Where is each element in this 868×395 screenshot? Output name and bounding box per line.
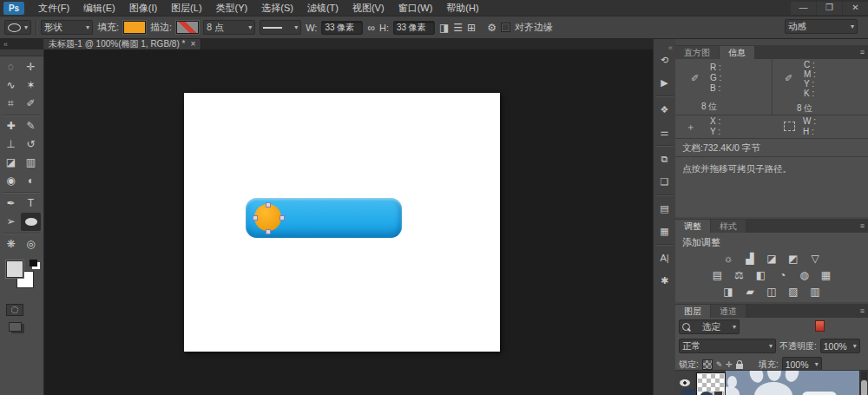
blur-tool[interactable]: ◉: [1, 172, 21, 190]
layer-visibility-eye-icon[interactable]: [680, 379, 690, 386]
default-colors-icon[interactable]: [30, 260, 37, 267]
eraser-tool[interactable]: ◪: [1, 154, 21, 172]
black-white-icon[interactable]: ◧: [754, 267, 767, 284]
tool-mode-select[interactable]: 形状 ▾: [41, 20, 93, 35]
shape-height-field[interactable]: 33 像素: [393, 21, 435, 35]
gradient-map-icon[interactable]: ▥: [809, 284, 822, 300]
color-balance-icon[interactable]: ⚖: [733, 267, 746, 284]
tools-panel-header[interactable]: [0, 49, 43, 56]
exposure-icon[interactable]: ◩: [787, 251, 800, 267]
paragraph-panel-icon[interactable]: ✱: [654, 269, 675, 292]
invert-icon[interactable]: ◨: [722, 284, 735, 300]
document-canvas[interactable]: [184, 93, 500, 352]
history-brush-tool[interactable]: ↺: [21, 135, 41, 154]
gradient-tool[interactable]: ▥: [21, 154, 41, 172]
eyedropper-tool[interactable]: ✐: [21, 95, 41, 113]
stroke-type-select[interactable]: ▾: [260, 20, 301, 35]
filter-toggle-button[interactable]: [815, 320, 825, 332]
zoom-tool[interactable]: ◎: [21, 235, 41, 253]
tab-styles[interactable]: 样式: [711, 220, 746, 233]
histogram-panel-icon[interactable]: ▤: [654, 197, 675, 220]
lock-image-icon[interactable]: ✎: [716, 359, 723, 370]
color-lookup-icon[interactable]: ▦: [819, 267, 832, 284]
actions-panel-icon[interactable]: ▶: [654, 71, 675, 94]
menu-filter[interactable]: 滤镜(T): [307, 2, 339, 15]
layers-scrollbar[interactable]: [859, 371, 868, 395]
minimize-button[interactable]: —: [791, 2, 816, 15]
path-anchor-point[interactable]: [279, 215, 285, 221]
scroll-up-button[interactable]: [861, 372, 867, 379]
menu-layer[interactable]: 图层(L): [171, 2, 201, 15]
hand-tool[interactable]: ❋: [1, 235, 21, 253]
tab-close-icon[interactable]: ×: [190, 38, 195, 49]
clone-stamp-tool[interactable]: ⊥: [1, 135, 21, 154]
path-anchor-point[interactable]: [266, 202, 271, 207]
tab-adjustments[interactable]: 调整: [675, 220, 710, 233]
blend-mode-select[interactable]: 正常 ▾: [679, 339, 776, 353]
collapse-toolbar-icon[interactable]: «: [3, 39, 8, 49]
layer-comps-panel-icon[interactable]: ⧉: [654, 148, 675, 170]
tab-layers[interactable]: 图层: [675, 305, 710, 318]
link-dimensions-icon[interactable]: ∞: [367, 22, 375, 34]
vibrance-icon[interactable]: ▽: [809, 251, 822, 267]
dodge-tool[interactable]: ◐: [21, 172, 41, 190]
stroke-width-field[interactable]: 8 点 ▾: [203, 20, 255, 35]
path-arrangement-icon[interactable]: ⊞: [467, 22, 476, 34]
brightness-contrast-icon[interactable]: ☼: [722, 251, 735, 267]
menu-file[interactable]: 文件(F): [38, 2, 69, 15]
workspace-switcher[interactable]: 动感 ▾: [785, 19, 858, 34]
ellipse-tool-selected[interactable]: [21, 213, 41, 231]
expand-panels-icon[interactable]: «: [668, 43, 673, 52]
foreground-color-swatch[interactable]: [6, 260, 23, 278]
panel-menu-icon[interactable]: ≡: [860, 46, 868, 59]
close-button[interactable]: ✕: [843, 2, 868, 15]
lock-transparency-icon[interactable]: [702, 359, 713, 370]
menu-view[interactable]: 视图(V): [352, 2, 385, 15]
brush-tool[interactable]: ✎: [21, 117, 41, 135]
document-tab[interactable]: 未标题-1 @ 100%(椭圆 1, RGB/8) * ×: [43, 38, 201, 49]
menu-select[interactable]: 选择(S): [261, 2, 293, 15]
path-selection-tool[interactable]: ➢: [1, 213, 21, 231]
quick-mask-button[interactable]: [6, 304, 23, 316]
align-edges-checkbox[interactable]: [501, 23, 510, 32]
path-anchor-point[interactable]: [253, 215, 258, 221]
magic-wand-tool[interactable]: ✶: [21, 76, 41, 95]
gear-icon[interactable]: ⚙: [487, 22, 496, 34]
character-panel-icon[interactable]: A|: [654, 247, 675, 269]
restore-button[interactable]: ❐: [817, 2, 842, 15]
hue-saturation-icon[interactable]: ▤: [711, 267, 724, 284]
notes-panel-icon[interactable]: ❏: [654, 170, 675, 193]
stroke-color-swatch[interactable]: [176, 21, 199, 34]
brush-panel-icon[interactable]: ⚌: [654, 121, 675, 143]
menu-window[interactable]: 窗口(W): [398, 2, 433, 15]
path-anchor-point[interactable]: [266, 229, 271, 234]
channel-mixer-icon[interactable]: ◍: [798, 267, 811, 284]
lasso-tool[interactable]: ∿: [1, 76, 21, 95]
levels-icon[interactable]: ▟: [744, 251, 757, 267]
path-operations-icon[interactable]: ◨: [439, 22, 449, 34]
threshold-icon[interactable]: ◫: [766, 284, 779, 300]
layer-thumbnail[interactable]: [697, 373, 725, 395]
posterize-icon[interactable]: ▰: [744, 284, 757, 300]
menu-help[interactable]: 帮助(H): [446, 2, 478, 15]
scrollbar-thumb[interactable]: [861, 380, 867, 395]
tool-presets-panel-icon[interactable]: ❖: [654, 98, 675, 121]
panel-menu-icon[interactable]: ≡: [860, 305, 868, 318]
pen-tool[interactable]: ✒: [1, 194, 21, 213]
move-tool[interactable]: ✛: [21, 58, 41, 76]
shape-width-field[interactable]: 33 像素: [321, 21, 363, 35]
menu-edit[interactable]: 编辑(E): [83, 2, 115, 15]
navigator-panel-icon[interactable]: ▦: [654, 220, 675, 242]
opacity-field[interactable]: 100% ▾: [820, 339, 860, 353]
screen-mode-button[interactable]: [9, 322, 22, 332]
healing-brush-tool[interactable]: ✚: [1, 117, 21, 135]
menu-image[interactable]: 图像(I): [129, 2, 157, 15]
lock-position-icon[interactable]: ✛: [726, 359, 733, 370]
type-tool[interactable]: T: [21, 194, 41, 213]
tool-preset-picker[interactable]: ▾: [4, 20, 31, 35]
curves-icon[interactable]: ◪: [766, 251, 779, 267]
path-alignment-icon[interactable]: ☰: [453, 22, 463, 34]
marquee-tool[interactable]: ◌: [1, 58, 21, 76]
panel-menu-icon[interactable]: ≡: [860, 220, 868, 233]
menu-type[interactable]: 类型(Y): [216, 2, 248, 15]
